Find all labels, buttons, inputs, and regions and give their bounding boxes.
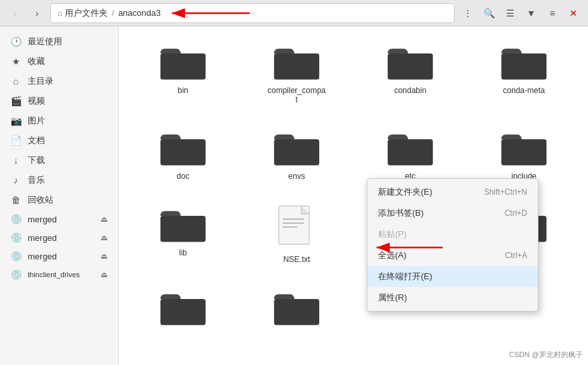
title-bar: ‹ › ⌂ 用户文件夹 / anaconda3 ⋮ 🔍 ☰ ▼ ≡ ✕ <box>0 0 588 26</box>
file-name-envs: envs <box>288 172 305 181</box>
sidebar-item-home[interactable]: ⌂ 主目录 <box>0 71 118 91</box>
sidebar-item-photos[interactable]: 📷 图片 <box>0 111 118 131</box>
svg-rect-5 <box>501 53 546 80</box>
drive-icon-1: 💿 <box>11 214 21 224</box>
folder-icon-lib <box>159 205 207 244</box>
menu-label-paste: 粘贴(P) <box>378 228 406 240</box>
eject-icon-4[interactable]: ⏏ <box>100 270 108 279</box>
folder-icon-bin <box>159 42 207 82</box>
search-button[interactable]: 🔍 <box>480 4 498 22</box>
menu-shortcut-add-bookmark: Ctrl+D <box>505 209 527 218</box>
eject-icon-2[interactable]: ⏏ <box>100 233 108 242</box>
file-item-condabin[interactable]: condabin <box>357 37 464 110</box>
star-icon: ★ <box>11 56 21 67</box>
sidebar-item-docs[interactable]: 📄 文档 <box>0 131 118 150</box>
home-icon: ⌂ <box>57 9 62 18</box>
sidebar-label-merged3: merged <box>28 251 94 261</box>
menu-shortcut-new-folder: Shift+Ctrl+N <box>484 187 527 197</box>
home-sidebar-icon: ⌂ <box>11 76 21 86</box>
file-item-envs[interactable]: envs <box>243 123 350 186</box>
sidebar-label-recent: 最近使用 <box>28 36 108 48</box>
file-name-conda-meta: conda-meta <box>503 86 544 95</box>
file-item-more2[interactable] <box>129 282 237 337</box>
watermark: CSDN @罗北村的枫子 <box>509 350 583 360</box>
video-icon: 🎬 <box>11 96 21 106</box>
sort-button[interactable]: ▼ <box>522 4 540 22</box>
file-name-doc: doc <box>176 172 189 181</box>
sidebar-label-docs: 文档 <box>28 135 108 147</box>
sidebar-item-trash[interactable]: 🗑 回收站 <box>0 190 118 210</box>
sidebar-item-merged3[interactable]: 💿 merged ⏏ <box>0 247 118 265</box>
file-item-nse[interactable]: NSE.txt <box>243 199 350 269</box>
menu-item-add-bookmark[interactable]: 添加书签(B) Ctrl+D <box>367 203 538 224</box>
svg-rect-2 <box>161 53 205 80</box>
list-view-button[interactable]: ☰ <box>501 4 519 22</box>
svg-rect-4 <box>388 53 433 80</box>
more-button[interactable]: ⋮ <box>459 4 477 22</box>
svg-rect-10 <box>161 216 205 242</box>
sidebar-item-recent[interactable]: 🕐 最近使用 <box>0 32 118 51</box>
svg-rect-17 <box>161 299 205 325</box>
sidebar-label-merged1: merged <box>28 215 94 224</box>
folder-icon-compiler-compat <box>273 42 320 82</box>
sidebar-label-downloads: 下载 <box>28 154 108 166</box>
file-name-nse: NSE.txt <box>283 255 311 264</box>
file-item-conda-meta[interactable]: conda-meta <box>470 37 577 110</box>
path-home: 用户文件夹 <box>65 7 108 19</box>
forward-button[interactable]: › <box>28 4 46 22</box>
back-button[interactable]: ‹ <box>5 4 24 22</box>
folder-icon-more2 <box>159 288 207 327</box>
menu-item-new-folder[interactable]: 新建文件夹(E) Shift+Ctrl+N <box>367 182 538 203</box>
sidebar-label-videos: 视频 <box>28 95 108 107</box>
sidebar-label-merged2: merged <box>28 233 94 243</box>
sidebar-item-starred[interactable]: ★ 收藏 <box>0 51 118 71</box>
eject-icon-3[interactable]: ⏏ <box>100 251 108 261</box>
menu-label-new-folder: 新建文件夹(E) <box>378 186 432 198</box>
drive-icon-4: 💿 <box>11 269 21 280</box>
svg-rect-3 <box>274 53 319 80</box>
sidebar-label-thinclient: thinclient_drives <box>28 271 94 279</box>
folder-icon-conda-meta <box>500 42 548 82</box>
sidebar-label-music: 音乐 <box>28 174 108 186</box>
folder-icon-condabin <box>386 42 434 82</box>
drive-icon-2: 💿 <box>11 232 21 243</box>
path-separator: / <box>112 8 114 18</box>
file-name-lib: lib <box>179 248 187 257</box>
sidebar-item-videos[interactable]: 🎬 视频 <box>0 91 118 111</box>
file-item-more3[interactable] <box>243 282 350 337</box>
menu-item-select-all[interactable]: 全选(A) Ctrl+A <box>367 245 538 266</box>
file-item-include[interactable]: include <box>470 123 577 186</box>
view-toggle-button[interactable]: ≡ <box>543 4 562 22</box>
file-item-bin[interactable]: bin <box>129 37 237 110</box>
sidebar-item-thinclient[interactable]: 💿 thinclient_drives ⏏ <box>0 265 118 284</box>
context-menu: 新建文件夹(E) Shift+Ctrl+N 添加书签(B) Ctrl+D 粘贴(… <box>367 178 538 312</box>
drive-icon-3: 💿 <box>11 251 21 261</box>
file-item-etc[interactable]: etc <box>357 123 464 186</box>
close-button[interactable]: ✕ <box>564 4 583 22</box>
svg-rect-18 <box>274 299 319 325</box>
sidebar-label-starred: 收藏 <box>28 55 108 67</box>
address-bar[interactable]: ⌂ 用户文件夹 / anaconda3 <box>50 3 455 23</box>
svg-rect-9 <box>501 139 546 166</box>
file-item-doc[interactable]: doc <box>129 123 237 186</box>
sidebar-item-downloads[interactable]: ↓ 下载 <box>0 150 118 170</box>
folder-icon-include <box>500 128 548 168</box>
menu-label-add-bookmark: 添加书签(B) <box>378 207 423 219</box>
sidebar: 🕐 最近使用 ★ 收藏 ⌂ 主目录 🎬 视频 📷 图片 📄 文档 ↓ 下载 ♪ <box>0 26 119 365</box>
eject-icon-1[interactable]: ⏏ <box>100 215 108 224</box>
menu-item-open-terminal[interactable]: 在终端打开(E) <box>367 266 538 287</box>
path-current: anaconda3 <box>118 8 161 18</box>
file-item-compiler-compat[interactable]: compiler_compat <box>243 37 350 110</box>
sidebar-item-merged2[interactable]: 💿 merged ⏏ <box>0 228 118 247</box>
menu-item-paste[interactable]: 粘贴(P) <box>367 224 538 245</box>
folder-icon-doc <box>159 128 207 168</box>
recent-icon: 🕐 <box>11 36 21 47</box>
file-area: bin compiler_compat co <box>119 26 588 365</box>
menu-label-properties: 属性(R) <box>378 292 407 304</box>
file-name-condabin: condabin <box>394 86 427 95</box>
sidebar-label-photos: 图片 <box>28 115 108 127</box>
file-item-lib[interactable]: lib <box>129 199 237 269</box>
sidebar-item-merged1[interactable]: 💿 merged ⏏ <box>0 210 118 228</box>
menu-item-properties[interactable]: 属性(R) <box>367 287 538 308</box>
sidebar-item-music[interactable]: ♪ 音乐 <box>0 170 118 190</box>
